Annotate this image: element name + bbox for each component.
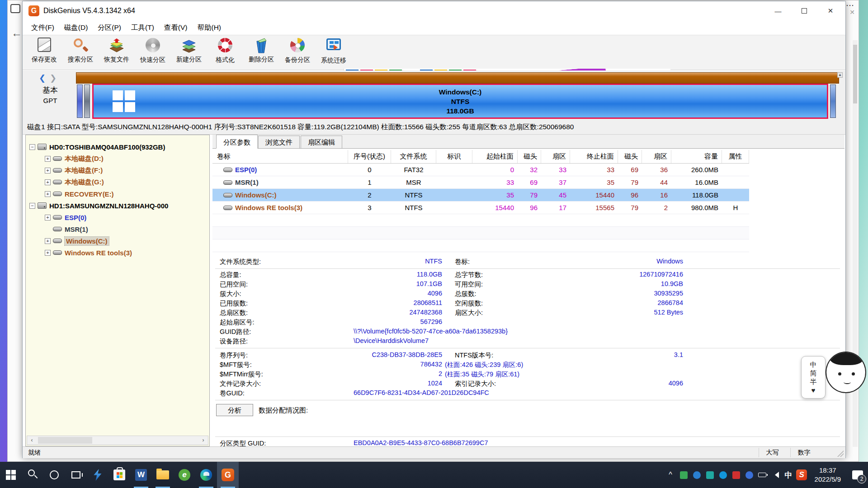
backup-partition-button[interactable]: 备份分区: [279, 37, 316, 69]
taskbar-clock[interactable]: 18:37 2022/5/9: [808, 466, 847, 484]
store-icon: [113, 469, 125, 480]
system-migrate-button[interactable]: 系统迁移: [316, 37, 352, 69]
scrollbar-thumb[interactable]: [38, 437, 92, 444]
disk-next-icon[interactable]: ❯: [50, 74, 57, 83]
windows-logo-icon: [113, 90, 135, 112]
tray-snowflake-icon[interactable]: [743, 462, 756, 488]
disk-prev-icon[interactable]: ❮: [39, 74, 46, 83]
ms-store-app[interactable]: [108, 462, 130, 488]
partition-icon: [53, 250, 62, 255]
maximize-button[interactable]: [791, 1, 817, 20]
quick-partition-button[interactable]: 快速分区: [135, 37, 171, 69]
partition-winre-bar[interactable]: [830, 84, 836, 118]
tree-item-esp[interactable]: + ESP(0): [26, 211, 209, 223]
volume-icon[interactable]: [769, 462, 782, 488]
partition-msr-bar[interactable]: [84, 84, 90, 118]
edge-app[interactable]: [195, 462, 217, 488]
diskgenius-window: G DiskGenius V5.4.3.1342 x64 — ✕ 文件(F) 磁…: [22, 1, 846, 458]
scroll-left-icon[interactable]: ‹: [27, 436, 37, 445]
word-app[interactable]: W: [130, 462, 152, 488]
expand-icon[interactable]: +: [45, 238, 51, 244]
browser-close-icon[interactable]: ✕: [849, 9, 855, 16]
tab-browse-files[interactable]: 浏览文件: [258, 136, 300, 149]
table-row-msr[interactable]: MSR(1) 1 MSR 33 69 37 35 79 44 16.0MB: [212, 176, 749, 189]
cd-icon: [146, 38, 160, 52]
format-button[interactable]: 格式化: [207, 37, 243, 69]
expand-icon[interactable]: +: [45, 168, 51, 174]
tree-item-msr[interactable]: MSR(1): [26, 223, 209, 235]
browser-back-icon[interactable]: ←: [11, 27, 22, 39]
browser-360-app[interactable]: e: [174, 462, 195, 488]
tray-green-icon[interactable]: [677, 462, 690, 488]
trash-icon: [253, 38, 270, 55]
sogou-icon[interactable]: S: [795, 462, 808, 488]
table-row-esp[interactable]: ESP(0) 0 FAT32 0 32 33 33 69 36 260.0MB: [212, 164, 749, 176]
browser-tab-icon[interactable]: [10, 4, 20, 13]
search-partition-button[interactable]: 搜索分区: [62, 37, 99, 69]
tree-item-hd1[interactable]: − HD1:SAMSUNGMZNLN128HAHQ-000: [26, 200, 209, 211]
resize-grip[interactable]: [837, 450, 844, 457]
table-row-winre[interactable]: Windows RE tools(3) 3 NTFS 15440 96 17 1…: [212, 202, 749, 214]
collapse-icon[interactable]: −: [29, 144, 35, 150]
minimize-button[interactable]: —: [765, 1, 791, 20]
thunder-app[interactable]: [87, 462, 108, 488]
close-button[interactable]: ✕: [817, 1, 844, 20]
tree-item-recovery-e[interactable]: + RECOVERY(E:): [26, 188, 209, 200]
tree-item-hd0[interactable]: − HD0:TOSHIBAMQ04ABF100(932GB): [26, 141, 209, 153]
tray-qq-icon[interactable]: [717, 462, 730, 488]
notification-center[interactable]: 2: [847, 462, 868, 488]
file-explorer-app[interactable]: [152, 462, 174, 488]
recover-files-button[interactable]: 恢复文件: [99, 37, 135, 69]
partition-esp-bar[interactable]: [77, 84, 83, 118]
ime-status-panel[interactable]: 中 简 半 ♥: [801, 356, 826, 399]
tab-sector-edit[interactable]: 扇区编辑: [301, 136, 342, 149]
hidden-icons-chevron[interactable]: ^: [664, 462, 677, 488]
partition-icon: [53, 227, 62, 231]
task-view-button[interactable]: [65, 462, 87, 488]
menu-tools[interactable]: 工具(T): [126, 21, 159, 34]
guid-path-value: \\?\Volume{fcf0fc5b-5207-47ce-a60a-7da61…: [354, 328, 508, 335]
expand-icon[interactable]: +: [45, 191, 51, 197]
battery-icon[interactable]: [756, 462, 769, 488]
partition-icon: [53, 180, 62, 184]
collapse-icon[interactable]: −: [29, 203, 35, 209]
tree-horizontal-scrollbar[interactable]: ‹ ›: [27, 436, 208, 445]
tray-blue-icon[interactable]: [690, 462, 703, 488]
partition-icon: [223, 180, 232, 185]
tree-item-disk-f[interactable]: + 本地磁盘(F:): [26, 164, 209, 176]
diskgenius-app[interactable]: G: [217, 462, 239, 488]
expand-icon[interactable]: +: [45, 156, 51, 162]
menu-view[interactable]: 查看(V): [159, 21, 193, 34]
new-partition-button[interactable]: 新建分区: [171, 37, 207, 69]
tree-item-disk-d[interactable]: + 本地磁盘(D:): [26, 153, 209, 164]
disk-strip[interactable]: [76, 72, 839, 84]
ime-indicator[interactable]: 中: [782, 462, 795, 488]
menu-file[interactable]: 文件(F): [26, 21, 59, 34]
partition-icon: [53, 156, 62, 161]
tree-item-windows-c[interactable]: + Windows(C:): [26, 235, 209, 247]
status-ready: 就绪: [28, 449, 41, 457]
menu-partition[interactable]: 分区(P): [93, 21, 126, 34]
menu-help[interactable]: 帮助(H): [192, 21, 226, 34]
partition-name: Windows(C:): [439, 87, 482, 97]
tray-teal-icon[interactable]: [703, 462, 717, 488]
expand-icon[interactable]: +: [45, 250, 51, 256]
tab-partition-params[interactable]: 分区参数: [216, 135, 258, 149]
table-row-windows-selected[interactable]: Windows(C:) 2 NTFS 35 79 45 15440 96 16 …: [212, 189, 749, 202]
scroll-right-icon[interactable]: ›: [198, 436, 208, 445]
tree-item-winre[interactable]: + Windows RE tools(3): [26, 247, 209, 258]
start-button[interactable]: [0, 462, 22, 488]
menu-disk[interactable]: 磁盘(D): [59, 21, 93, 34]
tree-item-disk-g[interactable]: + 本地磁盘(G:): [26, 176, 209, 188]
analyze-button[interactable]: 分析: [216, 404, 253, 416]
delete-partition-button[interactable]: 删除分区: [243, 37, 279, 69]
tray-red-icon[interactable]: [730, 462, 743, 488]
expand-icon[interactable]: +: [45, 215, 51, 221]
disk-scroll-up-icon[interactable]: ▲: [837, 72, 843, 78]
expand-icon[interactable]: +: [45, 179, 51, 185]
taskbar-search[interactable]: [22, 462, 43, 488]
cortana-button[interactable]: [43, 462, 65, 488]
partition-windows-bar[interactable]: Windows(C:) NTFS 118.0GB: [92, 84, 828, 119]
save-changes-button[interactable]: 保存更改: [26, 37, 62, 69]
disk-icon: [38, 202, 47, 209]
